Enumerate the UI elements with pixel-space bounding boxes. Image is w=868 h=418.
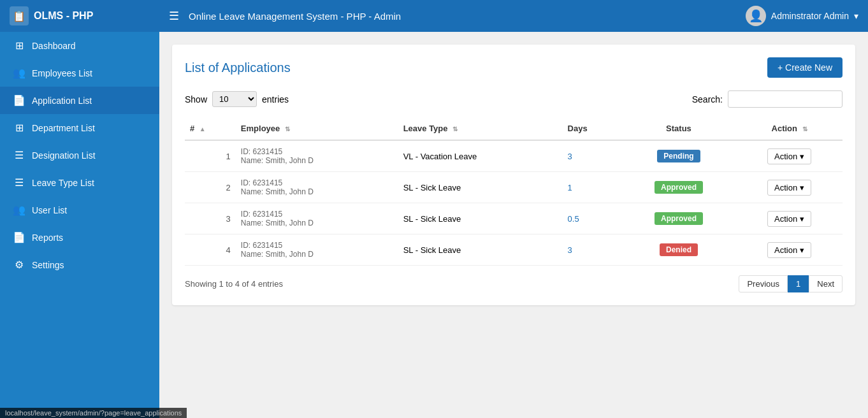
show-entries-control: Show 10 25 50 100 entries [185,91,289,107]
action-dropdown-icon-2: ▾ [800,183,804,192]
sidebar-label-user-list: User List [32,205,67,215]
table-footer: Showing 1 to 4 of 4 entries Previous 1 N… [185,275,843,292]
sidebar-label-settings: Settings [32,260,64,270]
col-leave-type: Leave Type ⇅ [398,117,563,140]
sidebar-label-department-list: Department List [32,123,95,133]
col-status: Status [621,117,736,140]
row-leave-type-1: VL - Vacation Leave [398,140,563,172]
row-leave-type-2: SL - Sick Leave [398,172,563,203]
table-row: 2 ID: 6231415 Name: Smith, John D SL - S… [185,172,843,203]
applications-card: List of Applications + Create New Show 1… [172,45,855,305]
sidebar-item-designation-list[interactable]: ☰Designation List [0,141,159,169]
sidebar-item-employees-list[interactable]: 👥Employees List [0,59,159,87]
row-leave-type-4: SL - Sick Leave [398,234,563,266]
row-employee-1: ID: 6231415 Name: Smith, John D [236,140,398,172]
entries-label: entries [262,94,289,104]
action-button-1[interactable]: Action ▾ [767,148,811,164]
row-days-3: 0.5 [563,203,621,234]
col-action: Action ⇅ [736,117,843,140]
sidebar-item-dashboard[interactable]: ⊞Dashboard [0,32,159,59]
row-action-2: Action ▾ [736,172,843,203]
sidebar-icon-designation-list: ☰ [13,149,25,161]
sidebar-icon-leave-type-list: ☰ [13,177,25,189]
layout: ⊞Dashboard👥Employees List📄Application Li… [0,32,868,418]
row-num-4: 4 [185,234,236,266]
previous-page-button[interactable]: Previous [739,275,788,292]
avatar: 👤 [746,6,766,26]
col-days: Days [563,117,621,140]
status-badge-1: Pending [657,150,700,162]
sidebar-item-application-list[interactable]: 📄Application List [0,87,159,114]
sidebar-label-reports: Reports [32,233,63,243]
action-button-3[interactable]: Action ▾ [767,211,811,227]
action-button-2[interactable]: Action ▾ [767,180,811,196]
sidebar-label-designation-list: Designation List [32,150,96,161]
sidebar-icon-dashboard: ⊞ [13,40,25,52]
status-badge-4: Denied [660,243,698,256]
sidebar-icon-application-list: 📄 [13,94,25,106]
search-label: Search: [692,94,723,104]
showing-text: Showing 1 to 4 of 4 entries [185,279,283,289]
search-input[interactable] [728,90,843,108]
menu-toggle-button[interactable]: ☰ [169,9,179,23]
sidebar-label-dashboard: Dashboard [32,41,76,51]
row-status-4: Denied [621,234,736,266]
sidebar: ⊞Dashboard👥Employees List📄Application Li… [0,32,159,418]
action-dropdown-icon-1: ▾ [800,152,804,161]
table-row: 4 ID: 6231415 Name: Smith, John D SL - S… [185,234,843,266]
sidebar-icon-employees-list: 👥 [13,67,25,79]
row-status-3: Approved [621,203,736,234]
sidebar-icon-reports: 📄 [13,231,25,243]
status-badge-3: Approved [655,212,703,225]
user-dropdown[interactable]: 👤 Adminstrator Admin ▾ [746,6,858,26]
main-content: List of Applications + Create New Show 1… [159,32,868,418]
sidebar-item-reports[interactable]: 📄Reports [0,224,159,251]
row-num-3: 3 [185,203,236,234]
row-action-3: Action ▾ [736,203,843,234]
page-1-button[interactable]: 1 [788,275,809,292]
action-dropdown-icon-4: ▾ [800,245,804,255]
brand-icon: 📋 [10,6,29,25]
table-row: 1 ID: 6231415 Name: Smith, John D VL - V… [185,140,843,172]
page-title: List of Applications [185,61,291,75]
sidebar-icon-user-list: 👥 [13,204,25,216]
table-row: 3 ID: 6231415 Name: Smith, John D SL - S… [185,203,843,234]
brand-title: OLMS - PHP [34,10,93,22]
sort-icon-employee[interactable]: ⇅ [285,126,290,133]
sidebar-icon-department-list: ⊞ [13,122,25,134]
row-days-1: 3 [563,140,621,172]
user-name: Adminstrator Admin [771,11,849,21]
row-days-4: 3 [563,234,621,266]
show-label: Show [185,94,207,104]
search-box: Search: [692,90,843,108]
create-new-button[interactable]: + Create New [767,57,843,78]
sidebar-item-department-list[interactable]: ⊞Department List [0,114,159,141]
sidebar-item-user-list[interactable]: 👥User List [0,196,159,224]
row-num-2: 2 [185,172,236,203]
sidebar-icon-settings: ⚙ [13,259,25,271]
table-header: # ▲ Employee ⇅ Leave Type ⇅ Days Status … [185,117,843,140]
entries-select[interactable]: 10 25 50 100 [212,91,257,107]
sidebar-label-employees-list: Employees List [32,68,92,78]
sidebar-item-leave-type-list[interactable]: ☰Leave Type List [0,169,159,196]
sort-icon-num[interactable]: ▲ [199,126,206,133]
row-num-1: 1 [185,140,236,172]
sort-icon-action[interactable]: ⇅ [802,126,807,133]
action-dropdown-icon-3: ▾ [800,214,804,224]
sort-icon-leave-type[interactable]: ⇅ [452,126,458,133]
row-employee-4: ID: 6231415 Name: Smith, John D [236,234,398,266]
applications-table: # ▲ Employee ⇅ Leave Type ⇅ Days Status … [185,117,843,266]
sidebar-label-application-list: Application List [32,96,92,106]
top-navbar: 📋 OLMS - PHP ☰ Online Leave Management S… [0,0,868,32]
dropdown-arrow-icon: ▾ [854,11,858,21]
status-badge-2: Approved [655,181,703,194]
sidebar-item-settings[interactable]: ⚙Settings [0,251,159,278]
row-action-1: Action ▾ [736,140,843,172]
col-employee: Employee ⇅ [236,117,398,140]
table-body: 1 ID: 6231415 Name: Smith, John D VL - V… [185,140,843,266]
action-button-4[interactable]: Action ▾ [767,242,811,258]
next-page-button[interactable]: Next [809,275,843,292]
brand: 📋 OLMS - PHP [10,6,169,25]
col-num: # ▲ [185,117,236,140]
sidebar-label-leave-type-list: Leave Type List [32,178,94,188]
